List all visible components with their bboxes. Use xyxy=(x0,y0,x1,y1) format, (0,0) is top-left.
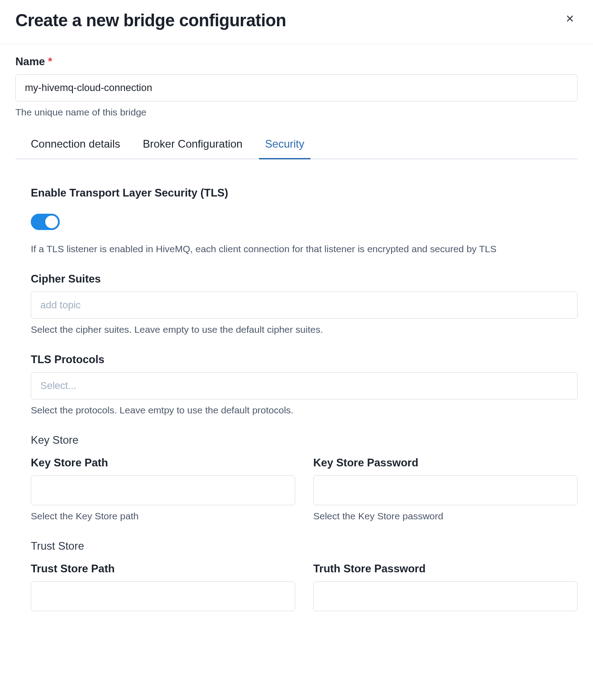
tls-toggle[interactable] xyxy=(31,214,60,230)
tls-helper: If a TLS listener is enabled in HiveMQ, … xyxy=(31,244,578,254)
modal-create-bridge: Create a new bridge configuration Name *… xyxy=(0,0,593,611)
cipher-suites-input[interactable] xyxy=(31,292,578,319)
tab-broker-configuration[interactable]: Broker Configuration xyxy=(143,138,242,158)
trust-store-path-label: Trust Store Path xyxy=(31,562,295,575)
close-icon xyxy=(565,14,575,25)
tls-protocols-select[interactable] xyxy=(31,372,578,399)
tab-connection-details[interactable]: Connection details xyxy=(31,138,120,158)
name-label: Name * xyxy=(15,55,578,68)
tabs: Connection details Broker Configuration … xyxy=(15,138,578,159)
name-field-block: Name * The unique name of this bridge xyxy=(15,55,578,118)
name-helper: The unique name of this bridge xyxy=(15,107,578,118)
trust-store-password-input[interactable] xyxy=(313,581,578,611)
cipher-suites-label: Cipher Suites xyxy=(31,273,578,285)
trust-store-path-block: Trust Store Path xyxy=(31,562,295,611)
trust-store-password-label: Truth Store Password xyxy=(313,562,578,575)
key-store-path-helper: Select the Key Store path xyxy=(31,511,295,522)
trust-store-row: Trust Store Path Truth Store Password xyxy=(31,562,578,611)
tab-security[interactable]: Security xyxy=(265,138,305,158)
trust-store-password-block: Truth Store Password xyxy=(313,562,578,611)
name-label-text: Name xyxy=(15,55,45,67)
tls-block: Enable Transport Layer Security (TLS) If… xyxy=(31,187,578,254)
key-store-path-input[interactable] xyxy=(31,475,295,505)
tls-protocols-block: TLS Protocols Select the protocols. Leav… xyxy=(31,353,578,416)
modal-title: Create a new bridge configuration xyxy=(15,11,286,30)
tls-protocols-helper: Select the protocols. Leave emtpy to use… xyxy=(31,405,578,416)
cipher-suites-helper: Select the cipher suites. Leave empty to… xyxy=(31,324,578,335)
key-store-password-label: Key Store Password xyxy=(313,456,578,469)
trust-store-path-input[interactable] xyxy=(31,581,295,611)
security-section: Enable Transport Layer Security (TLS) If… xyxy=(0,159,593,611)
tls-label: Enable Transport Layer Security (TLS) xyxy=(31,187,578,199)
key-store-path-label: Key Store Path xyxy=(31,456,295,469)
tls-protocols-label: TLS Protocols xyxy=(31,353,578,366)
required-indicator: * xyxy=(48,55,52,67)
key-store-row: Key Store Path Select the Key Store path… xyxy=(31,456,578,522)
modal-body: Name * The unique name of this bridge Co… xyxy=(0,44,593,159)
key-store-password-input[interactable] xyxy=(313,475,578,505)
key-store-path-block: Key Store Path Select the Key Store path xyxy=(31,456,295,522)
key-store-heading: Key Store xyxy=(31,434,578,446)
close-button[interactable] xyxy=(562,11,578,28)
name-input[interactable] xyxy=(15,74,578,101)
toggle-knob xyxy=(45,216,58,228)
key-store-password-block: Key Store Password Select the Key Store … xyxy=(313,456,578,522)
trust-store-heading: Trust Store xyxy=(31,540,578,552)
key-store-password-helper: Select the Key Store password xyxy=(313,511,578,522)
cipher-suites-block: Cipher Suites Select the cipher suites. … xyxy=(31,273,578,335)
modal-header: Create a new bridge configuration xyxy=(0,0,593,44)
